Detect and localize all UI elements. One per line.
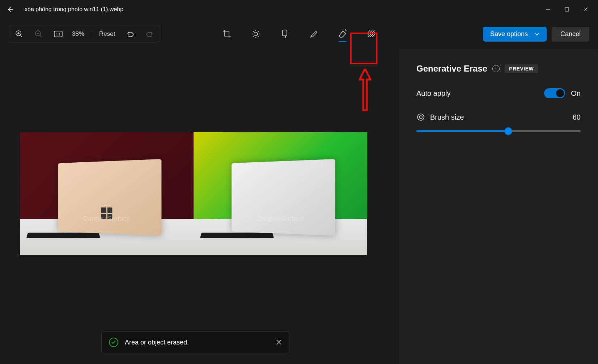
brush-size-value: 60 xyxy=(573,113,581,121)
brush-size-slider[interactable] xyxy=(416,130,581,132)
adjust-icon xyxy=(251,29,260,39)
redo-icon xyxy=(146,30,154,38)
close-icon xyxy=(584,7,588,12)
arrow-left-icon xyxy=(7,6,14,13)
action-buttons: Save options Cancel xyxy=(483,27,589,42)
toast-message: Area or object erased. xyxy=(125,339,189,346)
zoom-out-button[interactable] xyxy=(31,27,46,41)
redo-button[interactable] xyxy=(143,27,157,41)
undo-button[interactable] xyxy=(123,27,137,41)
svg-point-8 xyxy=(419,116,422,119)
markup-tool[interactable] xyxy=(305,25,323,43)
background-tool[interactable] xyxy=(362,25,381,43)
preview-badge: PREVIEW xyxy=(505,64,538,73)
success-icon xyxy=(109,338,118,347)
maximize-icon xyxy=(565,7,569,12)
svg-rect-6 xyxy=(283,30,287,36)
generative-erase-panel: Generative Erase i PREVIEW Auto apply On… xyxy=(399,49,598,364)
window-controls xyxy=(539,2,595,17)
save-options-label: Save options xyxy=(490,30,528,38)
markup-icon xyxy=(309,29,318,39)
svg-point-5 xyxy=(254,32,258,36)
target-icon xyxy=(416,113,425,121)
auto-apply-toggle[interactable] xyxy=(544,88,565,98)
title-bar: xóa phông trong photo win11 (1).webp xyxy=(0,0,598,19)
chevron-down-icon xyxy=(534,31,539,37)
zoom-in-icon xyxy=(15,30,23,38)
filter-tool[interactable] xyxy=(276,25,294,43)
erase-icon xyxy=(338,29,347,39)
zoom-out-icon xyxy=(35,30,43,38)
toast-notification: Area or object erased. xyxy=(101,331,289,353)
file-name: xóa phông trong photo win11 (1).webp xyxy=(25,6,123,13)
canvas-area[interactable]: Dangvu Surface Dangvu Surface xyxy=(0,49,399,364)
cancel-button[interactable]: Cancel xyxy=(552,27,589,42)
minimize-icon xyxy=(546,7,550,12)
zoom-controls: 1:1 38% Reset xyxy=(9,26,160,42)
info-icon[interactable]: i xyxy=(492,65,500,72)
svg-rect-0 xyxy=(565,8,569,11)
editor-toolbar: 1:1 38% Reset Save options Cancel xyxy=(0,19,598,49)
toast-close-button[interactable] xyxy=(276,339,282,345)
watermark-left: Dangvu Surface xyxy=(83,215,130,223)
image-preview: Dangvu Surface Dangvu Surface xyxy=(20,132,367,255)
crop-tool[interactable] xyxy=(218,25,236,43)
zoom-percent[interactable]: 38% xyxy=(71,30,86,38)
slider-thumb[interactable] xyxy=(504,127,512,135)
panel-title: Generative Erase xyxy=(416,64,487,74)
svg-point-7 xyxy=(417,114,424,120)
maximize-button[interactable] xyxy=(557,2,576,17)
fit-button[interactable]: 1:1 xyxy=(51,27,65,41)
close-button[interactable] xyxy=(576,2,595,17)
save-options-button[interactable]: Save options xyxy=(483,27,547,42)
reset-button[interactable]: Reset xyxy=(96,30,118,38)
edit-tools xyxy=(218,25,381,43)
close-icon xyxy=(276,339,282,345)
undo-icon xyxy=(126,30,134,38)
adjust-tool[interactable] xyxy=(247,25,265,43)
watermark-right: Dangvu Surface xyxy=(257,215,304,223)
brush-size-label: Brush size xyxy=(430,113,464,121)
svg-text:1:1: 1:1 xyxy=(56,33,61,36)
fit-icon: 1:1 xyxy=(54,31,63,37)
erase-tool[interactable] xyxy=(334,25,352,43)
zoom-in-button[interactable] xyxy=(12,27,26,41)
auto-apply-state: On xyxy=(571,89,581,98)
filter-icon xyxy=(280,29,289,39)
minimize-button[interactable] xyxy=(539,2,557,17)
crop-icon xyxy=(222,29,232,39)
auto-apply-label: Auto apply xyxy=(416,89,451,98)
back-button[interactable] xyxy=(3,2,17,17)
background-icon xyxy=(367,29,376,39)
